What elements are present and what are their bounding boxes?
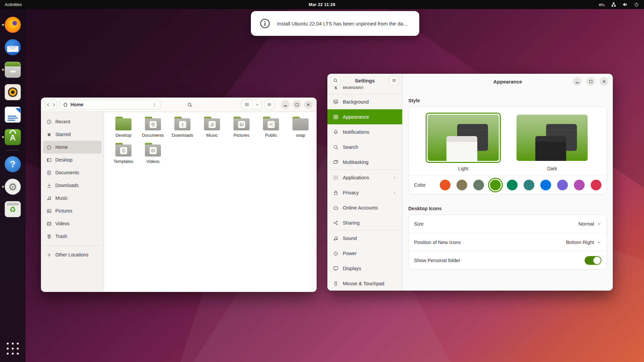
swatch-red[interactable] <box>591 180 601 190</box>
dock-item-firefox[interactable] <box>0 17 25 33</box>
close-button[interactable]: ✕ <box>304 100 313 109</box>
sidebar-item-documents[interactable]: Documents <box>43 166 102 179</box>
list-view-icon[interactable] <box>241 100 253 109</box>
sidebar-item-pictures[interactable]: Pictures <box>43 204 102 217</box>
sidebar-item-desktop[interactable]: Desktop <box>43 154 102 166</box>
position-of-new-icons-row[interactable]: Position of New Icons Bottom Right <box>409 233 607 251</box>
swatch-prussian-green[interactable] <box>524 180 534 190</box>
minimize-button[interactable] <box>573 77 582 86</box>
search-button[interactable] <box>184 100 195 110</box>
sidebar-item-starred[interactable]: Starred <box>43 128 102 141</box>
show-applications-button[interactable] <box>7 343 19 355</box>
clock[interactable]: Mar 22 11:26 <box>309 2 335 7</box>
swatch-olive-selected[interactable] <box>490 180 501 190</box>
folder-downloads[interactable]: Downloads <box>168 115 197 141</box>
folder-icon <box>145 143 161 157</box>
running-indicator <box>2 136 4 138</box>
dock-item-rhythmbox[interactable] <box>0 84 25 100</box>
settings-item-sharing[interactable]: Sharing <box>327 215 402 230</box>
files-sidebar: Recent Starred Home Desktop Documents Do… <box>41 112 104 292</box>
settings-menu-button[interactable] <box>389 76 399 85</box>
sidebar-item-home[interactable]: Home <box>43 141 102 154</box>
path-bar[interactable]: Home <box>60 100 160 110</box>
style-option-dark[interactable] <box>515 113 590 163</box>
settings-item-mouse-touchpad[interactable]: Mouse & Touchpad <box>327 276 402 291</box>
files-window: Home ✕ Recent Starred Home Desktop Docum… <box>41 98 317 292</box>
home-icon <box>63 102 68 107</box>
swatch-sage[interactable] <box>473 180 484 190</box>
keyboard-layout-indicator[interactable]: en₁ <box>599 2 605 7</box>
swatch-purple[interactable] <box>557 180 568 190</box>
sidebar-separator <box>44 245 100 246</box>
folder-desktop[interactable]: Desktop <box>109 115 138 141</box>
show-personal-folder-toggle[interactable] <box>585 256 601 265</box>
folder-documents[interactable]: Documents <box>138 115 168 141</box>
view-options-chevron-icon[interactable] <box>253 100 261 109</box>
folder-music[interactable]: Music <box>197 115 227 141</box>
settings-item-appearance[interactable]: Appearance <box>327 109 402 124</box>
show-personal-folder-label: Show Personal folder <box>414 258 460 263</box>
swatch-blue[interactable] <box>540 180 551 190</box>
sidebar-item-other-locations[interactable]: Other Locations <box>43 248 102 261</box>
sidebar-item-trash[interactable]: Trash <box>43 230 102 243</box>
notification-toast[interactable]: Install Ubuntu 22.04 LTS has been unpinn… <box>251 11 419 36</box>
settings-item-online-accounts[interactable]: Online Accounts <box>327 200 402 215</box>
minimize-button[interactable] <box>281 100 290 109</box>
appearance-header-bar: Appearance ✕ <box>402 74 613 89</box>
settings-item-sound[interactable]: Sound <box>327 231 402 246</box>
dock-item-help[interactable]: ? <box>0 156 25 172</box>
swatch-orange[interactable] <box>440 180 450 190</box>
swatch-magenta[interactable] <box>574 180 585 190</box>
settings-item-privacy[interactable]: Privacy <box>327 185 402 200</box>
path-menu-kebab-icon[interactable] <box>152 102 157 107</box>
close-button[interactable]: ✕ <box>600 77 608 86</box>
dock-item-settings[interactable]: ⚙ <box>0 179 25 195</box>
network-icon[interactable] <box>611 2 616 7</box>
settings-item-applications[interactable]: Applications <box>327 170 402 185</box>
settings-item-notifications[interactable]: Notifications <box>327 124 402 139</box>
files-menu-button[interactable] <box>264 100 274 110</box>
folder-pictures[interactable]: Pictures <box>227 115 256 141</box>
folder-public[interactable]: Public <box>256 115 286 141</box>
swatch-viridian[interactable] <box>507 180 518 190</box>
folder-icon <box>145 117 161 131</box>
sidebar-item-downloads[interactable]: Downloads <box>43 179 102 192</box>
settings-item-background[interactable]: Background <box>327 94 402 109</box>
settings-item-displays[interactable]: Displays <box>327 261 402 276</box>
dock-item-trash[interactable]: ♻ <box>0 201 25 217</box>
dock-item-libreoffice-writer[interactable] <box>0 107 25 123</box>
accent-color-row: Color <box>409 175 607 194</box>
settings-item-power[interactable]: Power <box>327 246 402 261</box>
size-row[interactable]: Size Normal <box>409 215 607 233</box>
settings-item-multitasking[interactable]: Multitasking <box>327 155 402 170</box>
swatch-bark[interactable] <box>457 180 467 190</box>
view-toggle[interactable] <box>241 100 262 110</box>
ubuntu-software-icon: A <box>5 129 21 145</box>
maximize-button[interactable] <box>292 100 301 109</box>
style-option-light[interactable] <box>426 113 501 163</box>
folder-templates[interactable]: Templates <box>109 141 138 168</box>
dock-item-files[interactable] <box>0 62 25 78</box>
maximize-button[interactable] <box>586 77 595 86</box>
dock-item-ubuntu-software[interactable]: A <box>0 129 25 145</box>
thunderbird-icon <box>5 39 21 55</box>
power-icon[interactable] <box>634 2 639 7</box>
dock-item-thunderbird[interactable] <box>0 39 25 55</box>
settings-item-bluetooth[interactable]: Bluetooth <box>327 86 402 94</box>
folder-snap[interactable]: snap <box>286 115 315 141</box>
sidebar-item-recent[interactable]: Recent <box>43 115 102 128</box>
trash-icon: ♻ <box>5 201 21 217</box>
folder-videos[interactable]: Videos <box>138 141 168 168</box>
forward-button[interactable] <box>51 100 57 109</box>
running-indicator <box>2 69 4 71</box>
back-button[interactable] <box>45 100 51 109</box>
sidebar-item-music[interactable]: Music <box>43 192 102 204</box>
chevron-right-icon <box>392 190 397 195</box>
rhythmbox-icon <box>5 84 21 100</box>
volume-icon[interactable] <box>622 2 628 7</box>
sidebar-item-videos[interactable]: Videos <box>43 217 102 230</box>
settings-search-button[interactable] <box>331 76 340 85</box>
panel-title: Appearance <box>493 79 522 84</box>
settings-item-search[interactable]: Search <box>327 139 402 155</box>
activities-button[interactable]: Activities <box>5 2 22 7</box>
